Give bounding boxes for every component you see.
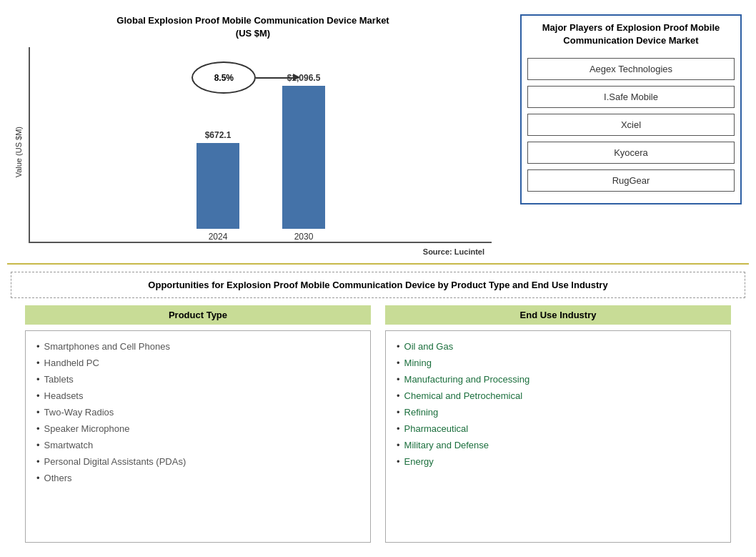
player-kyocera: Kyocera	[527, 142, 735, 164]
bar-group-2024: $672.1 2024	[197, 130, 239, 242]
major-players-box: Major Players of Explosion Proof Mobile …	[520, 14, 742, 204]
bullet-icon: •	[397, 341, 400, 352]
cagr-value: 8.5%	[214, 73, 234, 83]
source-text: Source: Lucintel	[29, 247, 492, 256]
top-section: Global Explosion Proof Mobile Communicat…	[7, 7, 749, 265]
bars-container: 8.5% $672.1 2024	[29, 47, 492, 243]
product-item-5: Speaker Microphone	[44, 423, 130, 434]
bar-2024-value: $672.1	[205, 130, 232, 140]
end-use-item-3: Chemical and Petrochemical	[404, 390, 522, 401]
bullet-icon: •	[397, 423, 400, 434]
product-item-6: Smartwatch	[44, 440, 94, 450]
list-item: • Energy	[397, 453, 720, 470]
bullet-icon: •	[36, 440, 40, 450]
chart-title: Global Explosion Proof Mobile Communicat…	[116, 14, 389, 40]
product-type-items-box: • Smartphones and Cell Phones • Handheld…	[25, 330, 371, 543]
product-item-4: Two-Way Radios	[44, 407, 114, 418]
list-item: • Mining	[397, 355, 720, 371]
product-type-header: Product Type	[25, 305, 371, 325]
end-use-item-0: Oil and Gas	[404, 341, 454, 352]
player-isafe: I.Safe Mobile	[527, 86, 735, 108]
opportunities-content: Product Type • Smartphones and Cell Phon…	[11, 305, 745, 543]
bar-2024	[197, 143, 239, 229]
bullet-icon: •	[36, 456, 40, 467]
list-item: • Manufacturing and Processing	[397, 371, 720, 388]
chart-inner: 8.5% $672.1 2024	[29, 47, 492, 256]
player-xciel: Xciel	[527, 114, 735, 136]
bullet-icon: •	[36, 358, 40, 368]
bullet-icon: •	[397, 407, 400, 418]
end-use-item-2: Manufacturing and Processing	[404, 374, 530, 385]
list-item: • Military and Defense	[397, 437, 720, 453]
bullet-icon: •	[397, 440, 400, 450]
bullet-icon: •	[36, 407, 40, 418]
list-item: • Oil and Gas	[397, 338, 720, 355]
y-axis-label: Value (US $M)	[14, 127, 23, 177]
main-container: Global Explosion Proof Mobile Communicat…	[0, 0, 756, 557]
end-use-items-box: • Oil and Gas • Mining • Manufacturing a…	[385, 330, 731, 543]
bullet-icon: •	[36, 423, 40, 434]
end-use-header: End Use Industry	[385, 305, 731, 325]
list-item: • Speaker Microphone	[36, 420, 359, 437]
list-item: • Pharmaceutical	[397, 420, 720, 437]
end-use-column: End Use Industry • Oil and Gas • Mining …	[385, 305, 731, 543]
list-item: • Smartphones and Cell Phones	[36, 338, 359, 355]
major-players-title: Major Players of Explosion Proof Mobile …	[527, 21, 735, 47]
list-item: • Smartwatch	[36, 437, 359, 453]
bullet-icon: •	[36, 374, 40, 385]
chart-title-line2: (US $M)	[236, 28, 270, 39]
list-item: • Headsets	[36, 388, 359, 404]
bullet-icon: •	[36, 341, 40, 352]
bar-2030-label: 2030	[294, 232, 314, 242]
bullet-icon: •	[36, 390, 40, 401]
product-item-2: Tablets	[44, 374, 74, 385]
bullet-icon: •	[397, 374, 400, 385]
bar-2030	[282, 86, 325, 229]
list-item: • Two-Way Radios	[36, 404, 359, 420]
product-item-1: Handheld PC	[44, 358, 99, 368]
opportunities-title: Opportunities for Explosion Proof Mobile…	[11, 272, 745, 298]
end-use-item-1: Mining	[404, 358, 432, 368]
bullet-icon: •	[397, 456, 400, 467]
cagr-annotation: 8.5%	[192, 61, 299, 94]
list-item: • Handheld PC	[36, 355, 359, 371]
bar-group-2030: $1,096.5 2030	[282, 73, 325, 242]
product-item-3: Headsets	[44, 390, 84, 401]
major-players-area: Major Players of Explosion Proof Mobile …	[506, 7, 749, 263]
bottom-section: Opportunities for Explosion Proof Mobile…	[7, 265, 749, 550]
list-item: • Refining	[397, 404, 720, 420]
list-item: • Chemical and Petrochemical	[397, 388, 720, 404]
end-use-item-7: Energy	[404, 456, 434, 467]
end-use-item-5: Pharmaceutical	[404, 423, 469, 434]
product-item-7: Personal Digital Assistants (PDAs)	[44, 456, 186, 467]
bar-2024-label: 2024	[209, 232, 228, 242]
product-item-0: Smartphones and Cell Phones	[44, 341, 170, 352]
bullet-icon: •	[36, 473, 40, 483]
bullet-icon: •	[397, 358, 400, 368]
end-use-item-4: Refining	[404, 407, 439, 418]
product-item-8: Others	[44, 473, 72, 483]
player-ruggear: RugGear	[527, 169, 735, 192]
list-item: • Tablets	[36, 371, 359, 388]
cagr-ellipse: 8.5%	[192, 61, 256, 94]
player-aegex: Aegex Technologies	[527, 58, 735, 80]
chart-wrapper: Value (US $M) 8.5%	[14, 47, 492, 256]
list-item: • Others	[36, 470, 359, 486]
list-item: • Personal Digital Assistants (PDAs)	[36, 453, 359, 470]
chart-title-line1: Global Explosion Proof Mobile Communicat…	[116, 15, 389, 26]
chart-area: Global Explosion Proof Mobile Communicat…	[7, 7, 506, 263]
end-use-item-6: Military and Defense	[404, 440, 489, 450]
product-type-column: Product Type • Smartphones and Cell Phon…	[25, 305, 371, 543]
bullet-icon: •	[397, 390, 400, 401]
